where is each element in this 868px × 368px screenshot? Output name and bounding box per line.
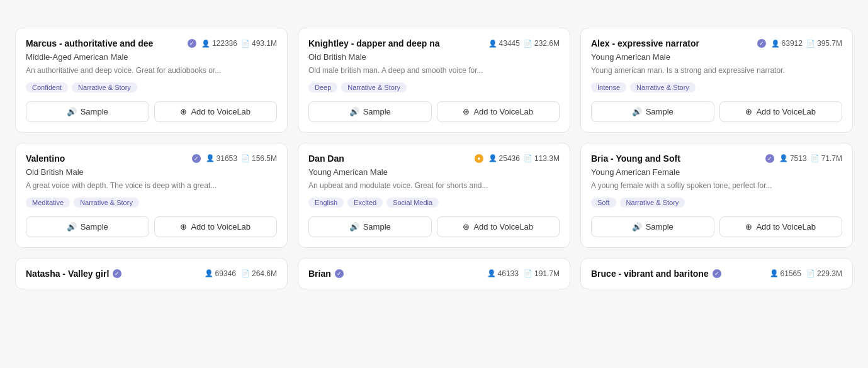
partial-card-title: Brian	[308, 269, 331, 279]
add-to-voicelab-button[interactable]: ⊕ Add to VoiceLab	[154, 101, 278, 122]
verified-icon: ✓	[192, 154, 201, 163]
add-label: Add to VoiceLab	[473, 107, 533, 116]
voice-card-dandan: Dan Dan ● 👤 25436 📄 113.3M Young America…	[298, 143, 570, 248]
tag: English	[308, 198, 344, 208]
card-stats: 👤 7513 📄 71.7M	[779, 154, 842, 163]
add-label: Add to VoiceLab	[756, 222, 816, 231]
sample-button[interactable]: 🔊 Sample	[308, 216, 432, 237]
add-icon: ⊕	[463, 107, 470, 116]
sample-label: Sample	[81, 107, 108, 116]
card-header: Bria - Young and Soft ✓ 👤 7513 📄 71.7M	[591, 153, 842, 164]
card-category: Young American Male	[308, 167, 560, 177]
card-actions: 🔊 Sample ⊕ Add to VoiceLab	[308, 216, 560, 237]
user-count: 31653	[217, 154, 237, 163]
add-icon: ⊕	[180, 222, 187, 231]
voice-card-valentino: Valentino ✓ 👤 31653 📄 156.5M Old British…	[15, 143, 288, 248]
sample-icon: 🔊	[349, 222, 359, 231]
file-stat: 📄 191.7M	[524, 269, 560, 278]
file-count: 113.3M	[534, 154, 560, 163]
file-count: 493.1M	[252, 39, 277, 48]
card-title-row: Marcus - authoritative and dee ✓	[26, 38, 196, 48]
sample-button[interactable]: 🔊 Sample	[308, 101, 432, 122]
add-icon: ⊕	[745, 222, 752, 231]
user-stat: 👤 7513	[779, 154, 807, 163]
card-stats: 👤 43445 📄 232.6M	[488, 39, 560, 48]
verified-icon: ✓	[765, 154, 774, 163]
card-header: Alex - expressive narrator ✓ 👤 63912 📄 3…	[591, 38, 842, 48]
file-stat: 📄 156.5M	[241, 154, 277, 163]
user-count: 43445	[499, 39, 520, 48]
card-description: An authoritative and deep voice. Great f…	[26, 65, 277, 76]
tag: Meditative	[26, 198, 70, 208]
sample-button[interactable]: 🔊 Sample	[591, 101, 714, 122]
sample-button[interactable]: 🔊 Sample	[591, 216, 714, 237]
card-category: Old British Male	[308, 52, 560, 62]
file-icon: 📄	[241, 269, 250, 277]
file-count: 191.7M	[534, 269, 560, 278]
add-label: Add to VoiceLab	[191, 222, 251, 231]
file-count: 229.3M	[817, 269, 842, 278]
user-count: 122336	[212, 39, 237, 48]
sample-button[interactable]: 🔊 Sample	[26, 101, 149, 122]
partial-stats: 👤 61565 📄 229.3M	[770, 269, 842, 278]
tag: Narrative & Story	[74, 198, 139, 208]
sample-label: Sample	[81, 222, 108, 231]
card-actions: 🔊 Sample ⊕ Add to VoiceLab	[591, 216, 842, 237]
card-title: Alex - expressive narrator	[591, 38, 753, 48]
sample-icon: 🔊	[632, 107, 642, 116]
partial-card-title: Bruce - vibrant and baritone	[591, 269, 709, 279]
add-to-voicelab-button[interactable]: ⊕ Add to VoiceLab	[154, 216, 278, 237]
voice-card-knightley: Knightley - dapper and deep na 👤 43445 📄…	[298, 28, 570, 133]
file-stat: 📄 493.1M	[241, 39, 277, 48]
partial-title-row: Brian ✓	[308, 269, 344, 279]
sample-icon: 🔊	[632, 222, 642, 231]
add-to-voicelab-button[interactable]: ⊕ Add to VoiceLab	[437, 216, 560, 237]
user-count: 63912	[782, 39, 803, 48]
add-to-voicelab-button[interactable]: ⊕ Add to VoiceLab	[719, 216, 843, 237]
file-icon: 📄	[806, 269, 815, 277]
card-category: Young American Male	[591, 52, 842, 62]
user-stat: 👤 69346	[205, 269, 236, 278]
file-icon: 📄	[241, 154, 250, 162]
card-tags: EnglishExcitedSocial Media	[308, 198, 560, 208]
verified-icon: ✓	[335, 269, 344, 278]
card-title: Valentino	[26, 153, 188, 164]
card-tags: MeditativeNarrative & Story	[26, 198, 277, 208]
tag: Excited	[347, 198, 383, 208]
tag: Deep	[308, 82, 337, 92]
card-tags: SoftNarrative & Story	[591, 198, 842, 208]
add-to-voicelab-button[interactable]: ⊕ Add to VoiceLab	[437, 101, 560, 122]
file-icon: 📄	[524, 154, 533, 162]
user-stat: 👤 46133	[487, 269, 519, 278]
card-header: Dan Dan ● 👤 25436 📄 113.3M	[308, 153, 560, 164]
card-stats: 👤 63912 📄 395.7M	[771, 39, 842, 48]
voice-card-alex: Alex - expressive narrator ✓ 👤 63912 📄 3…	[580, 28, 853, 133]
card-tags: ConfidentNarrative & Story	[26, 82, 277, 92]
card-actions: 🔊 Sample ⊕ Add to VoiceLab	[308, 101, 560, 122]
sample-button[interactable]: 🔊 Sample	[26, 216, 149, 237]
file-count: 264.6M	[252, 269, 277, 278]
card-header: Valentino ✓ 👤 31653 📄 156.5M	[26, 153, 277, 164]
add-icon: ⊕	[180, 107, 187, 116]
user-icon: 👤	[488, 40, 497, 48]
tag: Social Media	[386, 198, 439, 208]
partial-card-grid: Natasha - Valley girl ✓ 👤 69346 📄 264.6M…	[15, 258, 853, 289]
voice-card-grid: Marcus - authoritative and dee ✓ 👤 12233…	[15, 28, 853, 248]
card-description: An upbeat and modulate voice. Great for …	[308, 181, 560, 191]
user-count: 61565	[781, 269, 801, 278]
tag: Narrative & Story	[72, 82, 137, 92]
card-title-row: Alex - expressive narrator ✓	[591, 38, 766, 48]
partial-title-row: Bruce - vibrant and baritone ✓	[591, 269, 721, 279]
tag: Narrative & Story	[630, 82, 696, 92]
user-icon: 👤	[779, 154, 788, 162]
tag: Soft	[591, 198, 616, 208]
add-to-voicelab-button[interactable]: ⊕ Add to VoiceLab	[719, 101, 843, 122]
card-actions: 🔊 Sample ⊕ Add to VoiceLab	[26, 101, 277, 122]
add-label: Add to VoiceLab	[756, 107, 816, 116]
file-stat: 📄 113.3M	[524, 154, 560, 163]
tag: Narrative & Story	[620, 198, 685, 208]
voice-card-bria: Bria - Young and Soft ✓ 👤 7513 📄 71.7M Y…	[580, 143, 853, 248]
user-icon: 👤	[201, 40, 210, 48]
user-stat: 👤 31653	[206, 154, 237, 163]
card-category: Old British Male	[26, 167, 277, 177]
